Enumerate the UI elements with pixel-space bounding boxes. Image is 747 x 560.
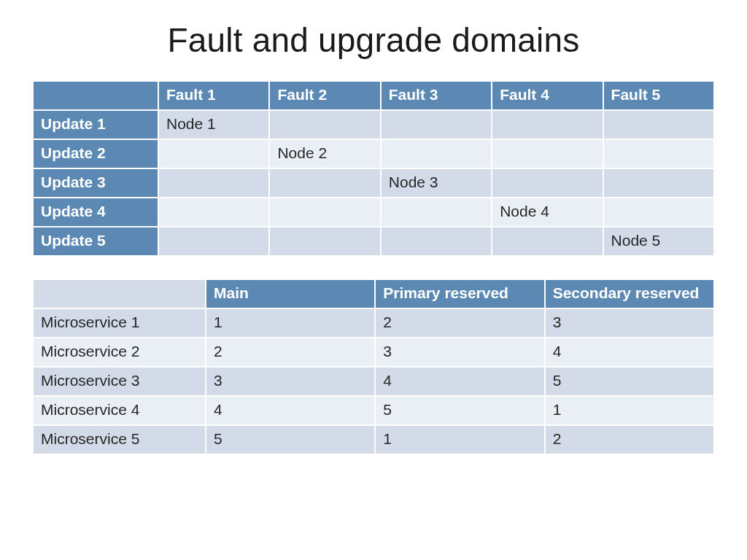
table-row: Microservice 1 1 2 3	[34, 309, 713, 337]
cell: 2	[376, 309, 543, 337]
cell: Node 2	[270, 140, 379, 168]
row-header: Microservice 3	[34, 368, 205, 395]
table-row: Update 4 Node 4	[34, 198, 713, 226]
table-row: Microservice 3 3 4 5	[34, 368, 713, 395]
cell: 4	[546, 338, 713, 366]
row-header: Update 4	[34, 198, 158, 226]
slide-title: Fault and upgrade domains	[32, 20, 715, 60]
cell	[159, 169, 268, 197]
cell: 1	[376, 426, 543, 454]
cell	[159, 140, 268, 168]
cell	[492, 111, 602, 139]
table-row: Microservice 5 5 1 2	[34, 426, 713, 454]
row-header: Update 2	[34, 140, 158, 168]
row-header: Microservice 2	[34, 338, 205, 366]
table-row: Microservice 2 2 3 4	[34, 338, 713, 366]
cell	[270, 111, 379, 139]
table-header-row: Main Primary reserved Secondary reserved	[34, 280, 713, 308]
cell	[382, 111, 491, 139]
row-header: Microservice 4	[34, 397, 205, 424]
table-row: Update 3 Node 3	[34, 169, 713, 197]
cell	[382, 140, 491, 168]
row-header: Update 1	[34, 111, 158, 139]
microservice-table: Main Primary reserved Secondary reserved…	[32, 279, 715, 455]
row-header: Microservice 5	[34, 426, 205, 454]
cell	[382, 228, 491, 255]
cell	[604, 111, 713, 139]
cell	[270, 228, 379, 255]
cell	[492, 140, 602, 168]
col-header: Fault 1	[159, 82, 268, 109]
cell	[604, 169, 713, 197]
cell	[382, 198, 491, 226]
cell: 5	[206, 426, 374, 454]
slide: Fault and upgrade domains Fault 1 Fault …	[0, 0, 747, 560]
fault-update-table: Fault 1 Fault 2 Fault 3 Fault 4 Fault 5 …	[32, 80, 715, 257]
table-row: Update 5 Node 5	[34, 228, 713, 255]
cell	[270, 198, 379, 226]
corner-cell	[34, 280, 205, 308]
spacer	[32, 257, 715, 279]
cell: 3	[546, 309, 713, 337]
col-header: Secondary reserved	[546, 280, 713, 308]
row-header: Microservice 1	[34, 309, 205, 337]
table-row: Microservice 4 4 5 1	[34, 397, 713, 424]
col-header: Primary reserved	[376, 280, 543, 308]
cell: 3	[206, 368, 374, 395]
row-header: Update 5	[34, 228, 158, 255]
cell: Node 3	[382, 169, 491, 197]
table-header-row: Fault 1 Fault 2 Fault 3 Fault 4 Fault 5	[34, 82, 713, 109]
cell	[604, 140, 713, 168]
cell: 2	[206, 338, 374, 366]
cell: 5	[376, 397, 543, 424]
cell	[159, 228, 268, 255]
cell: 1	[546, 397, 713, 424]
cell: 1	[206, 309, 374, 337]
col-header: Fault 4	[492, 82, 602, 109]
cell: Node 4	[492, 198, 602, 226]
cell	[270, 169, 379, 197]
cell: 3	[376, 338, 543, 366]
row-header: Update 3	[34, 169, 158, 197]
cell: Node 1	[159, 111, 268, 139]
col-header: Fault 2	[270, 82, 379, 109]
corner-cell	[34, 82, 158, 109]
cell: 5	[546, 368, 713, 395]
table-row: Update 2 Node 2	[34, 140, 713, 168]
cell: 4	[206, 397, 374, 424]
cell	[492, 169, 602, 197]
table-row: Update 1 Node 1	[34, 111, 713, 139]
cell	[604, 198, 713, 226]
cell	[159, 198, 268, 226]
col-header: Fault 5	[604, 82, 713, 109]
cell: Node 5	[604, 228, 713, 255]
cell: 4	[376, 368, 543, 395]
cell: 2	[546, 426, 713, 454]
col-header: Fault 3	[382, 82, 491, 109]
col-header: Main	[206, 280, 374, 308]
cell	[492, 228, 602, 255]
